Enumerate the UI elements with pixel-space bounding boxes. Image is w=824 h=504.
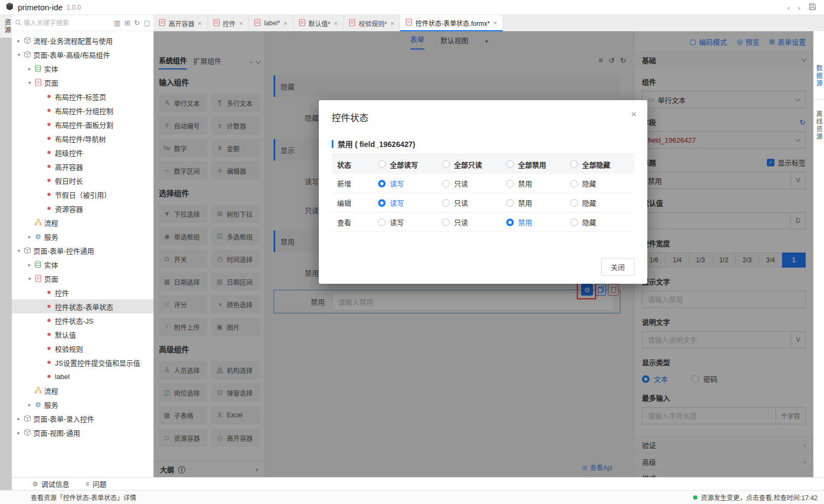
tree-item[interactable]: ▸页面-视图-通用 [12, 425, 153, 439]
bulk-option[interactable]: 全部隐藏 [570, 159, 634, 170]
tree-item[interactable]: ▸实体 [12, 61, 153, 75]
radio-icon[interactable] [442, 219, 450, 226]
tree-item[interactable]: ▾页面 [12, 75, 153, 89]
editor-tab[interactable]: 高开容器× [153, 15, 208, 31]
tree-item[interactable]: ▸⚙服务 [12, 229, 153, 243]
tree-item[interactable]: label [12, 369, 153, 383]
editor-tab[interactable]: 校验规则*× [344, 15, 400, 31]
radio-icon[interactable] [378, 219, 386, 226]
tree-item[interactable]: JS设置控件提交值和显示值 [12, 355, 153, 369]
tree-item[interactable]: ▸实体 [12, 257, 153, 271]
tree-item[interactable]: 校验规则 [12, 341, 153, 355]
tree-item[interactable]: ▾页面-表单-高级/布局组件 [12, 47, 153, 61]
save-icon[interactable] [808, 3, 816, 12]
bulk-option[interactable]: 全部只读 [442, 159, 506, 170]
state-option[interactable]: 读写 [378, 178, 442, 188]
tree-expand-icon[interactable]: ▸ [15, 430, 23, 436]
state-option[interactable]: 隐藏 [570, 217, 634, 227]
tree-collapse-icon[interactable]: ▾ [26, 276, 33, 282]
state-option[interactable]: 隐藏 [570, 198, 634, 208]
state-option[interactable]: 读写 [378, 198, 442, 208]
state-option[interactable]: 隐藏 [570, 178, 634, 188]
bottom-tab-debug[interactable]: ⚙调试信息 [32, 479, 69, 489]
radio-icon[interactable] [570, 160, 578, 168]
status-right-text[interactable]: 资源发生变更，点击查看,检查时间:17:42 [701, 493, 818, 502]
tree-item[interactable]: 布局控件-标签页 [12, 89, 153, 103]
radio-icon[interactable] [506, 160, 514, 168]
tree-expand-icon[interactable]: ▸ [26, 234, 33, 240]
editor-tab[interactable]: 控件状态-表单状态.formx*× [400, 15, 503, 31]
tree-item[interactable]: 布局控件/导航树 [12, 131, 153, 145]
tree-item[interactable]: 控件 [12, 285, 153, 299]
radio-icon[interactable] [378, 199, 386, 207]
radio-icon[interactable] [570, 219, 578, 226]
tree-item[interactable]: ▸页面-表单-录入控件 [12, 411, 153, 425]
radio-icon[interactable] [506, 199, 514, 207]
close-tab-icon[interactable]: × [390, 19, 395, 27]
tree-item[interactable]: 控件状态-JS [12, 313, 153, 327]
radio-icon[interactable] [570, 199, 578, 207]
tree-item[interactable]: ▾页面-表单-控件通用 [12, 243, 153, 257]
close-tab-icon[interactable]: × [283, 19, 288, 27]
tree-item[interactable]: 布局控件-分组控制 [12, 103, 153, 117]
bulk-option[interactable]: 全部读写 [378, 159, 442, 170]
collapse-panels-icon[interactable]: ▢ [144, 19, 150, 26]
state-option[interactable]: 只读 [442, 178, 506, 188]
state-option[interactable]: 禁用 [506, 217, 570, 227]
tree-item[interactable]: 超级控件 [12, 145, 153, 159]
close-tab-icon[interactable]: × [334, 19, 338, 27]
tree-expand-icon[interactable]: ▸ [26, 262, 33, 268]
radio-icon[interactable] [378, 160, 386, 168]
state-option[interactable]: 只读 [442, 198, 506, 208]
import-icon[interactable]: ▥ [114, 19, 121, 26]
tree-expand-icon[interactable]: ▸ [26, 66, 33, 72]
editor-tab[interactable]: label*× [249, 15, 294, 31]
tree-item[interactable]: 流程 [12, 215, 153, 229]
rail-item-datasource[interactable]: 数据源 [814, 59, 823, 100]
radio-icon[interactable] [378, 180, 386, 187]
tree-item[interactable]: ▸流程-业务流程配置与使用 [12, 33, 153, 47]
tree-collapse-icon[interactable]: ▾ [15, 52, 23, 58]
radio-icon[interactable] [442, 160, 450, 168]
editor-tab[interactable]: 默认值*× [294, 15, 344, 31]
radio-icon[interactable] [442, 199, 450, 207]
close-tab-icon[interactable]: × [198, 19, 202, 27]
state-option[interactable]: 只读 [442, 217, 506, 227]
radio-icon[interactable] [570, 180, 578, 187]
bulk-option[interactable]: 全部禁用 [506, 159, 570, 170]
tree-item[interactable]: 资源容器 [12, 201, 153, 215]
close-tab-icon[interactable]: × [239, 19, 243, 27]
tree-item[interactable]: 布局控件-面板分割 [12, 117, 153, 131]
tree-item[interactable]: 高开容器 [12, 159, 153, 173]
close-tab-icon[interactable]: × [493, 19, 497, 27]
radio-icon[interactable] [442, 180, 450, 187]
nav-back-icon[interactable]: ‹ [787, 4, 790, 11]
tree-collapse-icon[interactable]: ▾ [15, 248, 23, 254]
tree-item[interactable]: 假日时长 [12, 173, 153, 187]
tree-item[interactable]: 流程 [12, 383, 153, 397]
editor-tab[interactable]: 控件× [208, 15, 249, 31]
bottom-tab-problems[interactable]: ≡问题 [86, 479, 107, 489]
state-option[interactable]: 禁用 [506, 198, 570, 208]
rail-item-resources[interactable]: 资源 [0, 15, 12, 38]
tree-item[interactable]: 默认值 [12, 327, 153, 341]
state-option[interactable]: 禁用 [506, 178, 570, 188]
close-icon[interactable]: × [631, 109, 637, 120]
tree-item[interactable]: 控件状态-表单状态 [12, 299, 153, 313]
rail-item-offline-resources[interactable]: 离线资源 [814, 105, 823, 146]
tree-item[interactable]: ▸⚙服务 [12, 397, 153, 411]
radio-icon[interactable] [506, 180, 514, 187]
modal-close-button[interactable]: 关闭 [601, 258, 634, 276]
tree-item[interactable]: 节假日（被引用） [12, 187, 153, 201]
state-option[interactable]: 读写 [378, 217, 442, 227]
search-input[interactable] [24, 19, 83, 27]
nav-forward-icon[interactable]: › [798, 4, 800, 11]
tree-collapse-icon[interactable]: ▾ [26, 80, 33, 86]
tree-expand-icon[interactable]: ▸ [15, 38, 23, 44]
tree-item[interactable]: ▾页面 [12, 271, 153, 285]
radio-icon[interactable] [506, 219, 514, 226]
tree-expand-icon[interactable]: ▸ [15, 416, 23, 422]
add-folder-icon[interactable]: ⊞ [124, 19, 130, 26]
tree-expand-icon[interactable]: ▸ [26, 402, 33, 408]
refresh-icon[interactable]: ↻ [134, 19, 140, 26]
